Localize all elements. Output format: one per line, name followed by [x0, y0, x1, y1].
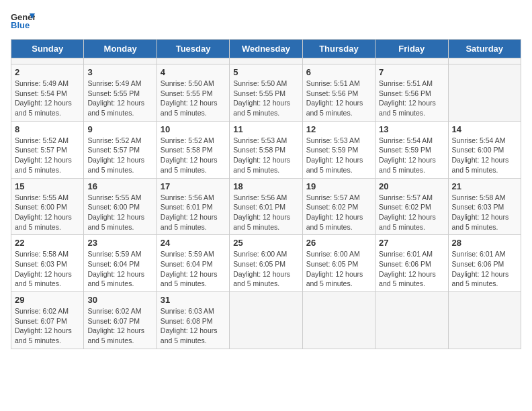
- calendar-body: 2 Sunrise: 5:49 AM Sunset: 5:54 PM Dayli…: [11, 58, 521, 349]
- calendar-cell: 28 Sunrise: 6:01 AM Sunset: 6:06 PM Dayl…: [448, 235, 521, 292]
- calendar-cell: 25 Sunrise: 6:00 AM Sunset: 6:05 PM Dayl…: [230, 235, 302, 292]
- day-number: 7: [379, 67, 444, 77]
- calendar-cell: 24 Sunrise: 5:59 AM Sunset: 6:04 PM Dayl…: [157, 235, 229, 292]
- calendar-week-5: 22 Sunrise: 5:58 AM Sunset: 6:03 PM Dayl…: [11, 235, 521, 292]
- day-info: Sunrise: 6:03 AM Sunset: 6:08 PM Dayligh…: [161, 306, 226, 346]
- day-info: Sunrise: 5:58 AM Sunset: 6:03 PM Dayligh…: [452, 193, 517, 232]
- calendar-cell: 27 Sunrise: 6:01 AM Sunset: 6:06 PM Dayl…: [375, 235, 448, 292]
- calendar-cell: 14 Sunrise: 5:54 AM Sunset: 6:00 PM Dayl…: [448, 121, 521, 178]
- calendar-cell: 20 Sunrise: 5:57 AM Sunset: 6:02 PM Dayl…: [375, 178, 448, 235]
- day-info: Sunrise: 5:57 AM Sunset: 6:02 PM Dayligh…: [306, 193, 371, 232]
- day-info: Sunrise: 5:52 AM Sunset: 5:57 PM Dayligh…: [15, 136, 80, 175]
- day-number: 22: [15, 238, 80, 248]
- day-info: Sunrise: 6:00 AM Sunset: 6:05 PM Dayligh…: [233, 249, 298, 289]
- calendar-cell: 3 Sunrise: 5:49 AM Sunset: 5:55 PM Dayli…: [84, 64, 157, 122]
- day-number: 11: [233, 124, 298, 134]
- day-number: 24: [161, 238, 226, 248]
- calendar-cell: 4 Sunrise: 5:50 AM Sunset: 5:55 PM Dayli…: [157, 64, 229, 122]
- day-info: Sunrise: 5:56 AM Sunset: 6:01 PM Dayligh…: [233, 193, 298, 232]
- calendar-cell: 15 Sunrise: 5:55 AM Sunset: 6:00 PM Dayl…: [11, 178, 84, 235]
- calendar-week-6: 29 Sunrise: 6:02 AM Sunset: 6:07 PM Dayl…: [11, 292, 521, 349]
- calendar-cell: [448, 58, 521, 64]
- day-info: Sunrise: 6:00 AM Sunset: 6:05 PM Dayligh…: [306, 249, 371, 289]
- logo: General Blue: [11, 11, 38, 31]
- day-number: 9: [87, 124, 152, 134]
- calendar-cell: [11, 58, 84, 64]
- calendar-cell: [375, 58, 448, 64]
- calendar-cell: 23 Sunrise: 5:59 AM Sunset: 6:04 PM Dayl…: [84, 235, 157, 292]
- calendar-cell: [157, 58, 229, 64]
- day-number: 26: [306, 238, 371, 248]
- calendar-cell: 7 Sunrise: 5:51 AM Sunset: 5:56 PM Dayli…: [375, 64, 448, 122]
- day-number: 5: [233, 67, 298, 77]
- calendar-cell: 16 Sunrise: 5:55 AM Sunset: 6:00 PM Dayl…: [84, 178, 157, 235]
- day-number: 2: [15, 67, 80, 77]
- day-header-tuesday: Tuesday: [157, 40, 229, 58]
- calendar-cell: [230, 292, 302, 349]
- day-info: Sunrise: 5:59 AM Sunset: 6:04 PM Dayligh…: [161, 249, 226, 289]
- day-info: Sunrise: 5:49 AM Sunset: 5:55 PM Dayligh…: [87, 79, 152, 118]
- day-number: 6: [306, 67, 371, 77]
- calendar-cell: 29 Sunrise: 6:02 AM Sunset: 6:07 PM Dayl…: [11, 292, 84, 349]
- calendar-cell: 5 Sunrise: 5:50 AM Sunset: 5:55 PM Dayli…: [230, 64, 302, 122]
- day-info: Sunrise: 5:54 AM Sunset: 5:59 PM Dayligh…: [379, 136, 444, 175]
- day-info: Sunrise: 6:01 AM Sunset: 6:06 PM Dayligh…: [379, 249, 444, 289]
- calendar-cell: 11 Sunrise: 5:53 AM Sunset: 5:58 PM Dayl…: [230, 121, 302, 178]
- calendar-cell: 31 Sunrise: 6:03 AM Sunset: 6:08 PM Dayl…: [157, 292, 229, 349]
- day-info: Sunrise: 6:02 AM Sunset: 6:07 PM Dayligh…: [87, 306, 152, 346]
- day-number: 15: [15, 181, 80, 191]
- day-info: Sunrise: 5:52 AM Sunset: 5:57 PM Dayligh…: [87, 136, 152, 175]
- day-info: Sunrise: 5:53 AM Sunset: 5:59 PM Dayligh…: [306, 136, 371, 175]
- day-info: Sunrise: 6:01 AM Sunset: 6:06 PM Dayligh…: [452, 249, 517, 289]
- day-info: Sunrise: 5:57 AM Sunset: 6:02 PM Dayligh…: [379, 193, 444, 232]
- calendar-cell: 8 Sunrise: 5:52 AM Sunset: 5:57 PM Dayli…: [11, 121, 84, 178]
- calendar-cell: 9 Sunrise: 5:52 AM Sunset: 5:57 PM Dayli…: [84, 121, 157, 178]
- calendar-header: SundayMondayTuesdayWednesdayThursdayFrid…: [11, 40, 521, 58]
- day-info: Sunrise: 5:51 AM Sunset: 5:56 PM Dayligh…: [379, 79, 444, 118]
- day-info: Sunrise: 5:58 AM Sunset: 6:03 PM Dayligh…: [15, 249, 80, 289]
- day-number: 17: [161, 181, 226, 191]
- day-header-friday: Friday: [375, 40, 448, 58]
- svg-text:Blue: Blue: [11, 20, 30, 30]
- day-number: 31: [161, 295, 226, 305]
- day-number: 20: [379, 181, 444, 191]
- calendar-cell: [302, 292, 375, 349]
- calendar-cell: 6 Sunrise: 5:51 AM Sunset: 5:56 PM Dayli…: [302, 64, 375, 122]
- day-number: 13: [379, 124, 444, 134]
- day-number: 18: [233, 181, 298, 191]
- day-info: Sunrise: 6:02 AM Sunset: 6:07 PM Dayligh…: [15, 306, 80, 346]
- day-number: 16: [87, 181, 152, 191]
- calendar-cell: [448, 64, 521, 122]
- calendar-cell: [230, 58, 302, 64]
- day-number: 30: [87, 295, 152, 305]
- day-header-thursday: Thursday: [302, 40, 375, 58]
- day-number: 10: [161, 124, 226, 134]
- calendar-cell: [375, 292, 448, 349]
- calendar-cell: 22 Sunrise: 5:58 AM Sunset: 6:03 PM Dayl…: [11, 235, 84, 292]
- calendar-cell: 2 Sunrise: 5:49 AM Sunset: 5:54 PM Dayli…: [11, 64, 84, 122]
- day-number: 14: [452, 124, 517, 134]
- day-number: 21: [452, 181, 517, 191]
- calendar-cell: 13 Sunrise: 5:54 AM Sunset: 5:59 PM Dayl…: [375, 121, 448, 178]
- day-info: Sunrise: 5:50 AM Sunset: 5:55 PM Dayligh…: [161, 79, 226, 118]
- day-number: 4: [161, 67, 226, 77]
- calendar-cell: 18 Sunrise: 5:56 AM Sunset: 6:01 PM Dayl…: [230, 178, 302, 235]
- calendar-cell: [448, 292, 521, 349]
- calendar-week-3: 8 Sunrise: 5:52 AM Sunset: 5:57 PM Dayli…: [11, 121, 521, 178]
- calendar-cell: 19 Sunrise: 5:57 AM Sunset: 6:02 PM Dayl…: [302, 178, 375, 235]
- calendar-cell: [302, 58, 375, 64]
- calendar-week-4: 15 Sunrise: 5:55 AM Sunset: 6:00 PM Dayl…: [11, 178, 521, 235]
- day-number: 19: [306, 181, 371, 191]
- day-info: Sunrise: 5:49 AM Sunset: 5:54 PM Dayligh…: [15, 79, 80, 118]
- calendar: SundayMondayTuesdayWednesdayThursdayFrid…: [11, 39, 521, 349]
- day-info: Sunrise: 5:51 AM Sunset: 5:56 PM Dayligh…: [306, 79, 371, 118]
- day-number: 23: [87, 238, 152, 248]
- day-header-monday: Monday: [84, 40, 157, 58]
- day-number: 28: [452, 238, 517, 248]
- calendar-cell: 17 Sunrise: 5:56 AM Sunset: 6:01 PM Dayl…: [157, 178, 229, 235]
- day-info: Sunrise: 5:59 AM Sunset: 6:04 PM Dayligh…: [87, 249, 152, 289]
- calendar-cell: 10 Sunrise: 5:52 AM Sunset: 5:58 PM Dayl…: [157, 121, 229, 178]
- day-number: 25: [233, 238, 298, 248]
- day-number: 27: [379, 238, 444, 248]
- day-header-wednesday: Wednesday: [230, 40, 302, 58]
